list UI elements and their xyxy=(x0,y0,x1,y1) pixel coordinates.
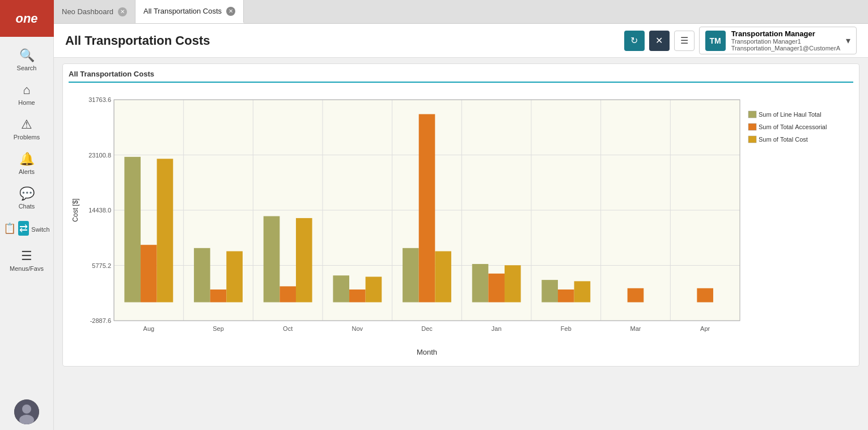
sidebar-item-label: Switch xyxy=(31,226,49,233)
logo-text: one xyxy=(15,11,37,26)
content-header: All Transportation Costs ↻ ✕ ☰ TM Transp… xyxy=(54,24,868,58)
sidebar-item-switch[interactable]: 📋 ⇄ Switch xyxy=(0,215,53,243)
tab-close-neo-dashboard[interactable]: ✕ xyxy=(118,7,127,16)
tab-label: All Transportation Costs xyxy=(143,7,222,15)
sidebar-item-label: Alerts xyxy=(19,168,35,175)
sidebar: one 🔍 Search ⌂ Home ⚠ Problems 🔔 Alerts … xyxy=(0,0,54,430)
chart-container xyxy=(69,88,853,360)
tab-close-all-transportation-costs[interactable]: ✕ xyxy=(226,7,235,16)
sidebar-item-menus[interactable]: ☰ Menus/Favs xyxy=(0,243,53,278)
menu-icon: ☰ xyxy=(21,249,32,263)
sidebar-item-label: Chats xyxy=(19,203,35,210)
tab-all-transportation-costs[interactable]: All Transportation Costs ✕ xyxy=(136,0,244,23)
header-actions: ↻ ✕ ☰ TM Transportation Manager Transpor… xyxy=(624,27,857,54)
sidebar-item-label: Menus/Favs xyxy=(10,265,44,272)
sidebar-item-label: Search xyxy=(17,65,37,71)
refresh-button[interactable]: ↻ xyxy=(624,31,645,51)
sidebar-item-chats[interactable]: 💬 Chats xyxy=(0,181,53,215)
app-logo[interactable]: one xyxy=(0,0,54,37)
close-button[interactable]: ✕ xyxy=(649,31,670,51)
sidebar-item-problems[interactable]: ⚠ Problems xyxy=(0,112,53,146)
chevron-down-icon: ▾ xyxy=(846,35,850,46)
sidebar-item-search[interactable]: 🔍 Search xyxy=(0,42,53,77)
hamburger-icon: ☰ xyxy=(680,35,688,46)
hamburger-menu-button[interactable]: ☰ xyxy=(674,31,695,51)
sidebar-item-label: Home xyxy=(18,99,35,106)
content-body: All Transportation Costs xyxy=(54,58,868,430)
tab-label: Neo Dashboard xyxy=(62,7,113,16)
main-area: Neo Dashboard ✕ All Transportation Costs… xyxy=(54,0,868,430)
user-info-panel[interactable]: TM Transportation Manager Transportation… xyxy=(699,27,857,54)
switch-icon2: ⇄ xyxy=(18,221,29,236)
bell-icon: 🔔 xyxy=(19,152,35,167)
user-initials-badge: TM xyxy=(705,31,726,51)
chart-title: All Transportation Costs xyxy=(69,70,853,83)
transportation-chart xyxy=(69,88,853,360)
close-icon: ✕ xyxy=(655,35,663,46)
user-email: Transportation_Manager1@CustomerA xyxy=(731,45,840,52)
svg-point-1 xyxy=(22,405,31,414)
tab-neo-dashboard[interactable]: Neo Dashboard ✕ xyxy=(54,0,136,23)
tab-bar: Neo Dashboard ✕ All Transportation Costs… xyxy=(54,0,868,24)
user-name: Transportation Manager xyxy=(731,29,840,38)
user-role: Transportation Manager1 xyxy=(731,38,840,45)
switch-icon: 📋 xyxy=(3,222,16,235)
user-details: Transportation Manager Transportation Ma… xyxy=(731,29,840,52)
sidebar-item-home[interactable]: ⌂ Home xyxy=(0,77,53,112)
refresh-icon: ↻ xyxy=(630,35,638,46)
chat-icon: 💬 xyxy=(19,186,35,201)
page-title: All Transportation Costs xyxy=(65,33,624,48)
user-avatar xyxy=(14,399,39,424)
home-icon: ⌂ xyxy=(23,83,30,97)
search-icon: 🔍 xyxy=(19,48,35,63)
chart-card: All Transportation Costs xyxy=(62,63,859,367)
user-avatar-area[interactable] xyxy=(14,399,39,424)
sidebar-item-alerts[interactable]: 🔔 Alerts xyxy=(0,146,53,181)
warning-icon: ⚠ xyxy=(21,117,32,132)
sidebar-item-label: Problems xyxy=(14,134,40,141)
